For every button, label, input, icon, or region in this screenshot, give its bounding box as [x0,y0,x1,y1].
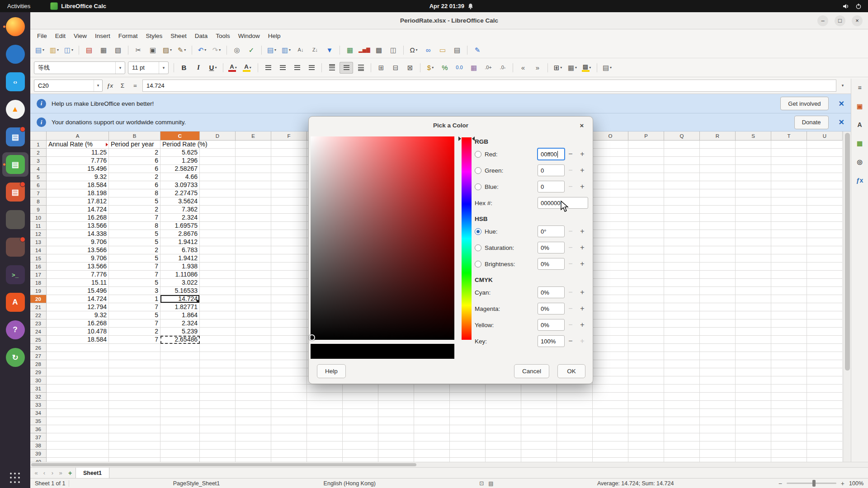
column-header-O[interactable]: O [593,131,628,141]
zoom-in-icon[interactable]: + [840,480,845,487]
cell-S16[interactable] [736,263,771,271]
row-header-36[interactable]: 36 [30,425,47,433]
cell-C39[interactable] [160,450,200,458]
cell-E8[interactable] [236,197,271,206]
row-header-29[interactable]: 29 [30,368,47,376]
cell-J34[interactable] [414,409,450,417]
donate-button[interactable]: Donate [794,116,829,129]
cell-S38[interactable] [736,441,771,450]
cell-C1[interactable]: Period Rate (%) [160,141,200,149]
cell-U25[interactable] [807,336,843,344]
blue-value-field[interactable]: 0 [538,181,565,192]
maximize-button[interactable]: □ [835,15,845,26]
cell-C24[interactable]: 5.239 [160,328,200,336]
cell-S12[interactable] [736,230,771,238]
column-header-R[interactable]: R [700,131,736,141]
row-header-40[interactable]: 40 [30,458,47,462]
cell-U10[interactable] [807,214,843,222]
cell-K40[interactable] [450,458,486,462]
cell-O35[interactable] [593,417,628,425]
cell-G37[interactable] [307,433,343,441]
bold[interactable]: B [177,62,191,74]
cell-B35[interactable] [109,417,160,425]
cell-A33[interactable] [47,401,109,409]
cell-T39[interactable] [771,450,807,458]
hue-slider[interactable] [462,137,472,340]
cell-T38[interactable] [771,441,807,450]
cell-E27[interactable] [236,352,271,360]
activities-button[interactable]: Activities [0,0,38,12]
menu-edit[interactable]: Edit [51,31,70,41]
cell-P23[interactable] [628,319,664,328]
cell-A9[interactable]: 14.724 [47,206,109,214]
cell-U35[interactable] [807,417,843,425]
cell-F5[interactable] [271,173,307,181]
cell-F29[interactable] [271,368,307,376]
cell-P15[interactable] [628,254,664,263]
insert-comment[interactable]: ▭ [436,44,449,56]
dropdown-arrow-icon[interactable]: ▾ [71,48,73,52]
cell-C12[interactable]: 2.8676 [160,230,200,238]
cell-R37[interactable] [700,433,736,441]
cell-R36[interactable] [700,425,736,433]
cell-D2[interactable] [200,149,236,157]
cell-U19[interactable] [807,287,843,295]
cell-E15[interactable] [236,254,271,263]
cell-B26[interactable] [109,344,160,352]
cell-S14[interactable] [736,246,771,254]
row-header-18[interactable]: 18 [30,279,47,287]
cell-A18[interactable]: 15.11 [47,279,109,287]
cell-F24[interactable] [271,328,307,336]
cell-D37[interactable] [200,433,236,441]
row-header-37[interactable]: 37 [30,433,47,441]
spelling[interactable]: ✓ [245,44,258,56]
cell-O12[interactable] [593,230,628,238]
cell-O18[interactable] [593,279,628,287]
saturation-increment-button[interactable]: + [576,242,588,253]
cell-C29[interactable] [160,368,200,376]
menu-view[interactable]: View [70,31,91,41]
cell-P37[interactable] [628,433,664,441]
yellow-value-field[interactable]: 0% [538,319,565,331]
cell-R7[interactable] [700,189,736,197]
cell-S10[interactable] [736,214,771,222]
green-decrement-button[interactable]: − [565,164,576,176]
cell-D38[interactable] [200,441,236,450]
cell-U18[interactable] [807,279,843,287]
cell-B17[interactable]: 7 [109,271,160,279]
name-box[interactable]: C20 ▾ [34,80,103,92]
cell-T40[interactable] [771,458,807,462]
cell-T31[interactable] [771,385,807,393]
cell-B37[interactable] [109,433,160,441]
cyan-value-field[interactable]: 0% [538,286,565,298]
cell-O20[interactable] [593,295,628,303]
cell-T28[interactable] [771,360,807,368]
cell-P26[interactable] [628,344,664,352]
cell-B8[interactable]: 5 [109,197,160,206]
cell-B34[interactable] [109,409,160,417]
cell-B32[interactable] [109,393,160,401]
cell-P32[interactable] [628,393,664,401]
cell-C32[interactable] [160,393,200,401]
cell-D16[interactable] [200,263,236,271]
dropdown-arrow-icon[interactable]: ▾ [416,48,418,52]
cell-R2[interactable] [700,149,736,157]
saturation-decrement-button[interactable]: − [565,242,576,253]
cell-Q23[interactable] [664,319,700,328]
cell-R38[interactable] [700,441,736,450]
cell-F37[interactable] [271,433,307,441]
cell-M34[interactable] [521,409,557,417]
cell-R14[interactable] [700,246,736,254]
cell-U20[interactable] [807,295,843,303]
cell-Q2[interactable] [664,149,700,157]
dropdown-arrow-icon[interactable]: ▾ [575,66,577,70]
magenta-decrement-button[interactable]: − [565,303,576,314]
export-as-pdf[interactable]: ▤ [82,44,96,56]
cell-D6[interactable] [200,181,236,189]
cell-A13[interactable]: 9.706 [47,238,109,246]
cell-D27[interactable] [200,352,236,360]
cell-T17[interactable] [771,271,807,279]
row-header-26[interactable]: 26 [30,344,47,352]
cell-O23[interactable] [593,319,628,328]
cell-Q3[interactable] [664,157,700,165]
